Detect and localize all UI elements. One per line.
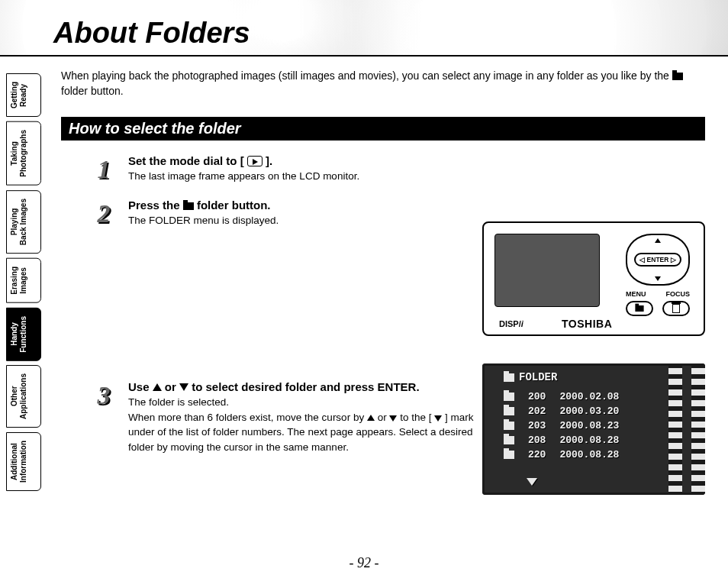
camera-lcd	[494, 234, 600, 307]
folder-row: 2022000.03.20	[504, 405, 659, 417]
down-arrow-icon	[179, 383, 188, 391]
dpad: ◁ ENTER ▷	[626, 234, 690, 286]
folder-icon	[183, 202, 194, 210]
folder-date: 2000.08.28	[559, 435, 619, 446]
folder-icon	[635, 305, 643, 312]
camera-buttons	[626, 301, 690, 316]
s3tc: to select desired folder and press ENTER…	[188, 380, 420, 393]
folder-num: 202	[528, 405, 546, 417]
folder-date: 2000.02.08	[559, 391, 619, 402]
folder-icon	[504, 373, 514, 382]
focus-label: FOCUS	[666, 290, 691, 298]
s3ta: Use	[128, 380, 153, 393]
step-1-title: Set the mode dial to [ ].	[128, 154, 705, 167]
dpad-up-icon	[655, 238, 661, 243]
folder-icon	[672, 73, 683, 80]
intro-a: When playing back the photographed image…	[61, 69, 672, 82]
folder-date: 2000.08.23	[559, 420, 619, 431]
folder-icon	[504, 422, 514, 430]
folder-list: 2002000.02.08 2022000.03.20 2032000.08.2…	[504, 391, 659, 464]
folder-row: 2202000.08.28	[504, 449, 659, 460]
down-arrow-icon	[434, 415, 442, 422]
s3da: The folder is selected.	[128, 396, 229, 408]
up-arrow-icon	[153, 383, 162, 391]
disp-i: i	[521, 319, 523, 328]
step2-title-a: Press the	[128, 199, 183, 212]
up-arrow-icon	[367, 415, 375, 421]
step-1-desc: The last image frame appears on the LCD …	[128, 169, 705, 184]
folder-row: 2002000.02.08	[504, 391, 659, 402]
folder-icon	[504, 451, 514, 459]
tab-getting-ready[interactable]: Getting Ready	[6, 73, 41, 117]
page-number: - 92 -	[350, 555, 379, 571]
menu-label: MENU	[626, 290, 646, 298]
folder-num: 203	[528, 420, 546, 431]
trash-icon	[672, 304, 680, 313]
folder-icon	[504, 436, 514, 444]
focus-button	[662, 301, 690, 316]
camera-illustration: DISP/i TOSHIBA ◁ ENTER ▷ MENU FOCUS	[482, 221, 705, 336]
disp-label: DISP/i	[499, 319, 523, 328]
film-strip-left	[668, 363, 682, 495]
tab-handy-functions[interactable]: Handy Functions	[6, 308, 41, 361]
step-1: 1 Set the mode dial to [ ]. The last ima…	[90, 154, 705, 185]
down-arrow-icon	[389, 415, 397, 422]
step2-title-b: folder button.	[194, 199, 271, 212]
folder-menu-header: FOLDER	[504, 371, 557, 383]
step-number-1: 1	[90, 154, 118, 185]
step-number-2: 2	[90, 199, 118, 229]
folder-num: 208	[528, 435, 546, 446]
folder-icon	[504, 393, 514, 401]
camera-button-labels: MENU FOCUS	[626, 290, 690, 298]
step1-title-b: ].	[263, 154, 272, 167]
folder-icon	[504, 407, 514, 415]
folder-row: 2082000.08.28	[504, 435, 659, 446]
tab-erasing-images[interactable]: Erasing Images	[6, 258, 41, 303]
step-3-desc: The folder is selected. When more than 6…	[128, 395, 494, 454]
folder-row: 2032000.08.23	[504, 420, 659, 431]
s3dd: to the [	[397, 412, 434, 423]
s3tb: or	[162, 380, 179, 393]
folder-num: 200	[528, 391, 546, 402]
tab-additional-information[interactable]: Additional Information	[6, 432, 41, 491]
intro-text: When playing back the photographed image…	[61, 69, 705, 99]
folder-date: 2000.03.20	[559, 405, 619, 417]
dpad-down-icon	[655, 276, 661, 281]
brand-label: TOSHIBA	[562, 318, 612, 330]
title-rule	[0, 55, 728, 57]
sidebar-tabs: Getting Ready Taking Photographs Playing…	[6, 73, 41, 491]
tab-other-applications[interactable]: Other Applications	[6, 365, 41, 428]
section-heading: How to select the folder	[61, 117, 705, 141]
playback-mode-icon	[247, 156, 263, 166]
folder-menu-illustration: FOLDER 2002000.02.08 2022000.03.20 20320…	[482, 363, 705, 495]
step-2-title: Press the folder button.	[128, 199, 705, 212]
intro-b: folder button.	[61, 85, 124, 97]
tab-playing-back-images[interactable]: Playing Back Images	[6, 190, 41, 254]
scroll-down-icon	[527, 478, 537, 486]
tab-taking-photographs[interactable]: Taking Photographs	[6, 121, 41, 186]
disp-text: DISP/	[499, 319, 521, 328]
film-strip-right	[691, 363, 705, 495]
s3db: When more than 6 folders exist, move the…	[128, 412, 367, 423]
step-number-3: 3	[90, 380, 118, 411]
folder-num: 220	[528, 449, 546, 460]
folder-date: 2000.08.28	[559, 449, 619, 460]
folder-menu-title: FOLDER	[519, 371, 557, 383]
step1-title-a: Set the mode dial to [	[128, 154, 247, 167]
page-title: About Folders	[53, 17, 250, 50]
menu-button	[626, 301, 653, 316]
enter-button-label: ◁ ENTER ▷	[634, 253, 681, 267]
step-3-title: Use or to select desired folder and pres…	[128, 380, 494, 393]
s3dc: or	[375, 412, 390, 423]
